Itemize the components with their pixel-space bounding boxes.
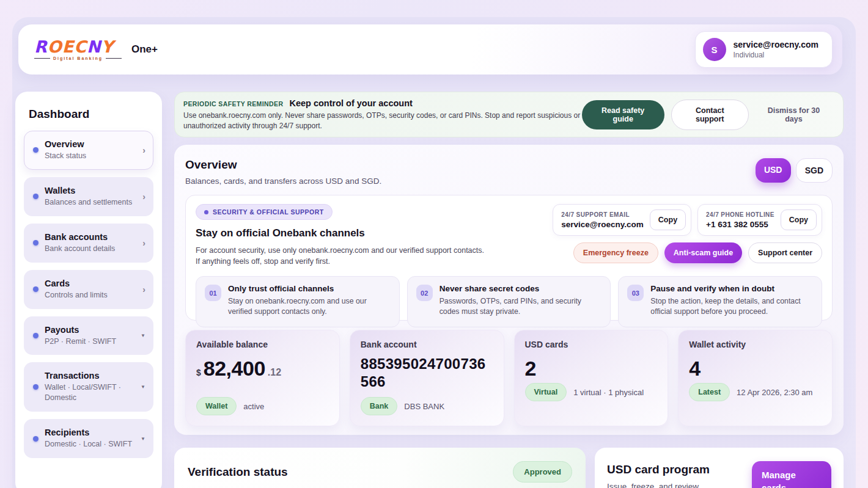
chevron-right-icon: › [142,285,145,294]
contact-support-button[interactable]: Contact support [671,100,749,130]
support-center-button[interactable]: Support center [748,242,822,263]
bank-badge: Bank [361,397,398,415]
virtual-badge: Virtual [525,383,567,401]
sidebar-item-title: Transactions [45,371,134,381]
sidebar-item-subtitle: Stack status [45,151,136,161]
approved-badge: Approved [513,461,572,483]
security-badge: SECURITY & OFFICIAL SUPPORT [196,204,333,220]
sidebar-item-title: Bank accounts [45,232,136,242]
caret-down-icon: ▼ [141,436,145,442]
logo-letter: E [62,37,74,56]
security-title: Stay on official Onebank channels [196,227,526,239]
manage-cards-button[interactable]: Manage cards [752,461,831,488]
currency-symbol: $ [196,368,201,377]
stat-meta-text: active [243,402,264,411]
badge-dot-icon [204,210,208,214]
currency-toggle: USD SGD [756,158,833,183]
security-body: For account security, use only onebank.r… [196,245,526,267]
bank-account-number: 885395024700736566 [361,355,493,391]
sidebar-item-overview[interactable]: Overview Stack status › [24,131,153,170]
wallet-badge: Wallet [196,397,237,415]
logo-letter: Y [101,37,114,56]
avatar-initial: S [712,45,718,55]
banner-body: Use onebank.roecny.com only. Never share… [183,111,582,131]
sidebar-item-title: Overview [45,139,136,149]
sidebar-item-transactions[interactable]: Transactions Wallet · Local/SWIFT · Dome… [24,362,153,412]
security-body-line2: If anything feels off, stop and verify f… [196,256,526,267]
sidebar-item-cards[interactable]: Cards Controls and limits › [24,270,153,309]
security-panel: SECURITY & OFFICIAL SUPPORT Stay on offi… [185,195,833,321]
sidebar-item-wallets[interactable]: Wallets Balances and settlements › [24,177,153,216]
verification-status-card: Verification status Approved KYC status … [174,448,586,488]
latest-badge: Latest [689,383,730,401]
bullet-dot-icon [33,194,39,199]
tip-title: Pause and verify when in doubt [650,284,813,293]
copy-phone-button[interactable]: Copy [781,209,817,230]
top-header: ROECNY Digital Banking One+ S service@ro… [18,24,842,75]
safety-banner: PERIODIC SAFETY REMINDER Keep control of… [174,92,844,137]
usd-toggle-button[interactable]: USD [756,158,791,183]
sgd-toggle-button[interactable]: SGD [796,158,833,183]
phone-hotline-box: 24/7 PHONE HOTLINE +1 631 382 0555 Copy [697,204,822,236]
chevron-right-icon: › [142,238,145,248]
sidebar-item-payouts[interactable]: Payouts P2P · Remit · SWIFT ▼ [24,316,153,355]
balance-value: 82,400 [204,357,265,381]
sidebar-item-bank-accounts[interactable]: Bank accounts Bank account details › [24,224,153,263]
account-chip[interactable]: S service@roecny.com Individual [695,31,833,68]
emergency-freeze-button[interactable]: Emergency freeze [573,242,658,263]
logo-wordmark: ROECNY [34,38,122,55]
activity-count: 4 [689,357,700,381]
sidebar-item-subtitle: Wallet · Local/SWIFT · Domestic [45,382,134,403]
tip-title: Never share secret codes [440,284,602,293]
phone-hotline-label: 24/7 PHONE HOTLINE [706,211,774,218]
sidebar: Dashboard Overview Stack status › Wallet… [15,92,162,488]
support-email-label: 24/7 SUPPORT EMAIL [561,211,644,218]
stat-meta-text: 1 virtual · 1 physical [573,388,644,397]
logo-letter: C [74,37,87,56]
tip-number-chip: 02 [416,285,433,301]
stat-card-usd-cards: USD cards 2 Virtual 1 virtual · 1 physic… [514,330,669,426]
tip-body: Stop the action, keep the details, and c… [650,296,813,317]
banner-title: Keep control of your account [289,98,412,108]
chevron-right-icon: › [142,192,145,202]
tip-official-channels: 01 Only trust official channels Stay on … [196,276,400,327]
tip-number-chip: 01 [205,285,221,301]
verification-title: Verification status [188,465,288,479]
sidebar-item-title: Payouts [45,325,134,335]
sidebar-item-title: Wallets [45,186,136,195]
logo-letter: O [48,37,62,56]
security-badge-label: SECURITY & OFFICIAL SUPPORT [213,208,324,216]
sidebar-item-title: Cards [45,279,136,288]
copy-email-button[interactable]: Copy [650,209,686,230]
balance-cents: .12 [268,367,281,378]
app-container: ROECNY Digital Banking One+ S service@ro… [12,17,856,488]
phone-hotline-value: +1 631 382 0555 [706,220,774,229]
tip-body: Passwords, OTPs, card PINs, and security… [440,296,602,317]
logo-tagline: Digital Banking [34,56,122,60]
sidebar-item-recipients[interactable]: Recipients Domestic · Local · SWIFT ▼ [24,419,153,458]
cards-count: 2 [525,357,536,381]
overview-card: Overview Balances, cards, and transfers … [174,145,844,435]
avatar: S [703,38,726,61]
sidebar-item-subtitle: Controls and limits [45,290,136,300]
sidebar-item-subtitle: Domestic · Local · SWIFT [45,439,134,450]
tagline-dash [106,58,122,59]
stat-meta-text: DBS BANK [404,402,444,411]
card-program-title: USD card program [607,463,710,476]
overview-title: Overview [185,158,381,172]
product-name: One+ [131,43,158,56]
anti-scam-guide-button[interactable]: Anti-scam guide [664,242,742,263]
dismiss-button[interactable]: Dismiss for 30 days [756,100,832,129]
sidebar-item-subtitle: Bank account details [45,244,136,254]
stat-title: Wallet activity [689,340,822,349]
tip-body: Stay on onebank.roecny.com and use our v… [228,296,391,317]
logo-letter: R [34,37,48,56]
account-type: Individual [734,51,818,59]
overview-subtitle: Balances, cards, and transfers across US… [185,177,381,186]
support-email-value: service@roecny.com [561,220,644,229]
banner-kicker: PERIODIC SAFETY REMINDER [183,100,283,107]
bullet-dot-icon [33,147,39,153]
tip-title: Only trust official channels [228,284,391,293]
sidebar-item-subtitle: P2P · Remit · SWIFT [45,337,134,347]
read-safety-guide-button[interactable]: Read safety guide [582,100,664,129]
